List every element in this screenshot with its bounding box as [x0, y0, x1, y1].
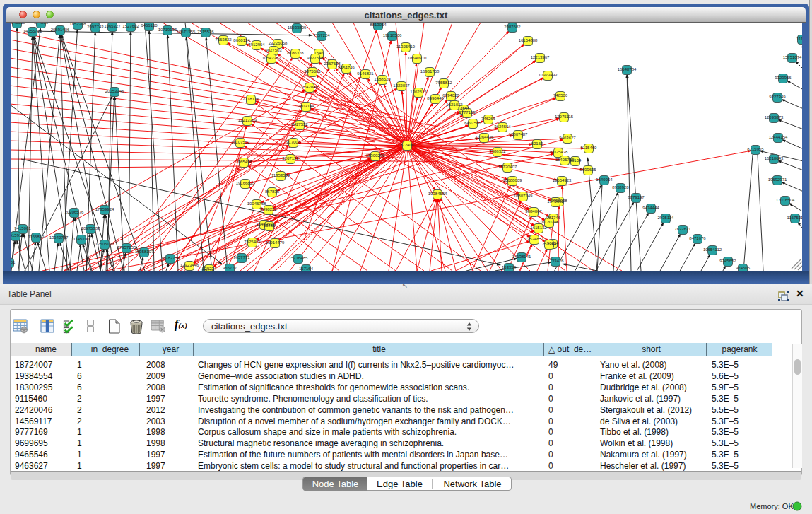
svg-text:18807249: 18807249 — [514, 194, 533, 198]
svg-text:94151: 94151 — [11, 260, 16, 264]
svg-text:10654112: 10654112 — [703, 247, 722, 252]
svg-text:9415061: 9415061 — [14, 226, 31, 230]
svg-text:21364436: 21364436 — [475, 135, 494, 139]
svg-text:1640954: 1640954 — [596, 177, 613, 182]
svg-text:1322037: 1322037 — [393, 83, 410, 88]
svg-text:96104: 96104 — [570, 158, 582, 163]
svg-text:1965498: 1965498 — [235, 160, 252, 164]
svg-text:1852208: 1852208 — [69, 23, 86, 26]
svg-text:867835: 867835 — [265, 189, 280, 194]
svg-text:10975887: 10975887 — [81, 226, 100, 230]
svg-text:12093873: 12093873 — [765, 115, 784, 119]
svg-text:18640910: 18640910 — [408, 56, 427, 60]
svg-text:917008: 917008 — [286, 140, 301, 144]
svg-text:10046768: 10046768 — [247, 201, 266, 206]
svg-text:2097743: 2097743 — [87, 25, 104, 29]
svg-text:19218506: 19218506 — [383, 33, 402, 37]
svg-text:1075692: 1075692 — [547, 199, 564, 204]
svg-text:15716485: 15716485 — [289, 256, 308, 260]
svg-text:8813054: 8813054 — [370, 23, 387, 27]
svg-text:23226058: 23226058 — [269, 41, 288, 45]
svg-text:13524851: 13524851 — [525, 237, 544, 241]
svg-text:9227349: 9227349 — [769, 95, 786, 99]
svg-text:9327508: 9327508 — [307, 56, 324, 60]
svg-text:7663822: 7663822 — [215, 37, 232, 42]
svg-text:7986322: 7986322 — [489, 149, 506, 153]
svg-text:1362615: 1362615 — [410, 90, 427, 94]
svg-text:129234: 129234 — [202, 267, 217, 271]
svg-text:8912954: 8912954 — [248, 42, 265, 47]
svg-text:8215955: 8215955 — [747, 147, 764, 151]
svg-text:16120746: 16120746 — [540, 220, 559, 224]
svg-text:9115460: 9115460 — [581, 146, 598, 150]
svg-text:6794028: 6794028 — [442, 93, 459, 98]
svg-text:16961758: 16961758 — [420, 69, 440, 74]
svg-text:16033809: 16033809 — [288, 25, 307, 30]
svg-text:2718176: 2718176 — [242, 97, 259, 101]
svg-text:1167531: 1167531 — [787, 216, 802, 220]
svg-text:748506: 748506 — [553, 93, 568, 98]
svg-text:3875685: 3875685 — [304, 69, 321, 74]
svg-text:9084067: 9084067 — [525, 209, 542, 214]
svg-text:10671355: 10671355 — [177, 30, 196, 34]
svg-text:8186328: 8186328 — [287, 51, 304, 55]
svg-text:15751074: 15751074 — [783, 55, 802, 59]
svg-text:10543382: 10543382 — [262, 56, 281, 60]
svg-text:157164: 157164 — [299, 267, 314, 271]
svg-text:11325419: 11325419 — [396, 45, 416, 49]
svg-text:8471676: 8471676 — [689, 236, 706, 240]
svg-text:11353594: 11353594 — [271, 173, 290, 177]
svg-text:6497568: 6497568 — [464, 121, 481, 125]
svg-text:9699695: 9699695 — [579, 168, 596, 172]
svg-text:8938928: 8938928 — [612, 185, 629, 189]
svg-text:12213967: 12213967 — [531, 55, 550, 59]
svg-text:16210643: 16210643 — [765, 156, 784, 160]
svg-text:10973493: 10973493 — [539, 73, 558, 77]
svg-text:1156819: 1156819 — [28, 235, 45, 239]
svg-text:19692971: 19692971 — [768, 177, 787, 182]
svg-text:974531: 974531 — [34, 23, 49, 25]
svg-text:17957255: 17957255 — [117, 245, 136, 250]
svg-text:746266: 746266 — [481, 117, 496, 121]
svg-text:10688609: 10688609 — [503, 178, 522, 182]
svg-text:7357224: 7357224 — [313, 33, 330, 37]
svg-text:3267130: 3267130 — [282, 156, 299, 160]
svg-text:16107552: 16107552 — [231, 140, 250, 144]
svg-text:16154808: 16154808 — [519, 38, 538, 42]
svg-text:7632621: 7632621 — [674, 227, 691, 231]
svg-text:163354: 163354 — [502, 265, 517, 269]
svg-text:19654923: 19654923 — [553, 178, 572, 182]
svg-text:16648784: 16648784 — [618, 67, 637, 71]
svg-text:10958107: 10958107 — [135, 250, 154, 254]
svg-text:3624554: 3624554 — [494, 124, 511, 129]
svg-text:7955812: 7955812 — [435, 81, 452, 85]
svg-text:19166825: 19166825 — [236, 181, 255, 185]
svg-text:252254: 252254 — [542, 242, 557, 246]
svg-text:7625402: 7625402 — [244, 240, 261, 244]
svg-text:9146821: 9146821 — [357, 71, 374, 76]
svg-text:12975115: 12975115 — [555, 115, 574, 119]
svg-text:7515526: 7515526 — [197, 30, 214, 34]
svg-text:9242848: 9242848 — [301, 85, 318, 89]
svg-text:1527602: 1527602 — [122, 24, 139, 28]
svg-text:1615132: 1615132 — [530, 226, 547, 230]
svg-text:6466160: 6466160 — [141, 23, 158, 28]
svg-text:2043318: 2043318 — [11, 23, 25, 25]
svg-text:12505135: 12505135 — [95, 242, 114, 246]
svg-text:19384554: 19384554 — [428, 192, 447, 196]
svg-text:16914479: 16914479 — [266, 240, 285, 245]
svg-text:2087682: 2087682 — [504, 25, 521, 29]
svg-text:9474444: 9474444 — [642, 206, 659, 210]
svg-text:9657771: 9657771 — [233, 255, 250, 259]
svg-text:9245652: 9245652 — [719, 259, 736, 263]
svg-text:2935114: 2935114 — [658, 216, 675, 220]
svg-text:1065327: 1065327 — [104, 24, 121, 28]
svg-text:15720407: 15720407 — [498, 165, 517, 169]
svg-text:12444154: 12444154 — [769, 135, 788, 139]
svg-text:3915912: 3915912 — [11, 233, 24, 238]
svg-text:10807487: 10807487 — [509, 132, 528, 136]
svg-text:17016504: 17016504 — [776, 198, 795, 202]
svg-text:9329966: 9329966 — [775, 76, 792, 80]
svg-text:8498222: 8498222 — [260, 207, 277, 211]
svg-text:20053346: 20053346 — [105, 89, 124, 93]
